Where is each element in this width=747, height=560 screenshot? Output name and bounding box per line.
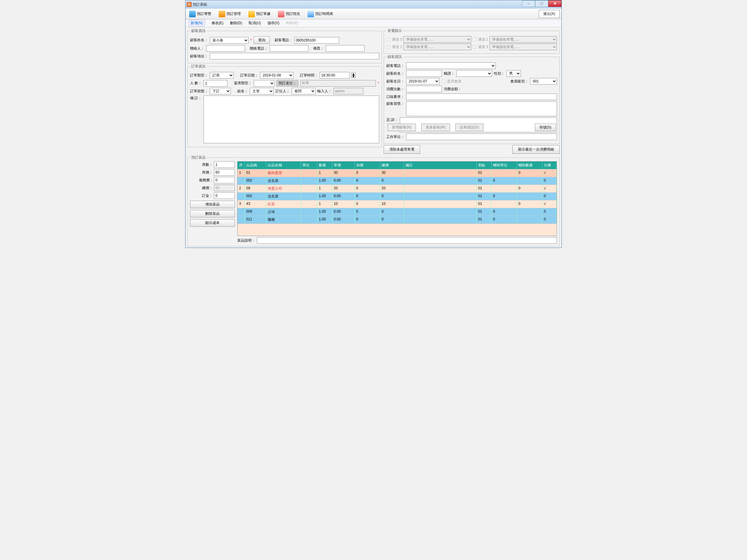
menu-edit[interactable]: 修改(E) xyxy=(211,21,224,26)
menu-new[interactable]: 新增(N) xyxy=(188,20,205,27)
svc-input[interactable] xyxy=(214,177,235,183)
cust-phone-input[interactable] xyxy=(294,37,339,44)
show-recent-button[interactable]: 顯示最近一次消費明細 xyxy=(512,145,560,154)
booker-label: 訂位人： xyxy=(276,89,290,94)
c2-work-input[interactable] xyxy=(406,134,557,140)
table-row[interactable]: 002去生菜1.000.00000100 xyxy=(237,177,557,185)
table-row[interactable]: 343紅茶110010010√ xyxy=(237,201,557,208)
titlebar: 富 預訂系統 ─ ☐ ✕ xyxy=(185,0,562,9)
c2-taste-input[interactable] xyxy=(406,94,557,100)
people-label: 人 數： xyxy=(190,81,202,86)
order-info-group: 訂單資訊 訂單類型： 訂席 訂單日期： 2019-01-08 訂單時間： ▲▼ … xyxy=(187,64,382,147)
toolbar-nav[interactable]: 預訂導覽 xyxy=(185,9,215,20)
booker-select[interactable]: 老闆 xyxy=(292,88,315,95)
more-customer-button[interactable]: 更多顧客(M) xyxy=(421,124,450,131)
ch1-checkbox xyxy=(472,37,476,42)
people-input[interactable] xyxy=(204,80,227,87)
cust-name-label: 顧客姓名： xyxy=(190,37,208,43)
dishes-group: 預訂菜品 席數： 席價： 服務費： 總價： 訂金： 增加菜品 刪除菜品 顯示成本… xyxy=(187,155,560,246)
callerid-legend: 來電顯示 xyxy=(386,28,403,33)
table-row[interactable]: 209夾蛋土司120020010√ xyxy=(237,185,557,193)
c2-taboo-lbl: 忌 諱： xyxy=(386,117,398,123)
c2-name-input[interactable] xyxy=(406,70,442,77)
toolbar-mgmt[interactable]: 預訂管理 xyxy=(215,9,245,20)
banquet-select[interactable] xyxy=(254,80,275,87)
fax-input[interactable] xyxy=(326,45,364,52)
query-button[interactable]: 查詢 xyxy=(254,36,270,44)
c2-title-select[interactable] xyxy=(456,70,492,77)
order-date-picker[interactable]: 2019-01-08 xyxy=(260,72,293,79)
seats-input[interactable] xyxy=(214,161,235,168)
table-input[interactable] xyxy=(300,80,376,87)
contact-phone-label: 聯絡電話： xyxy=(250,46,268,51)
ch3-checkbox xyxy=(472,45,476,49)
c2-habit-lbl: 顧客習慣： xyxy=(386,101,404,106)
menu-print[interactable]: 列印(V) xyxy=(286,21,298,26)
customer-info-group: 顧客資訊 顧客姓名： 黃小美 * 查詢 顧客電話： 聯絡人： 聯絡電話： xyxy=(187,28,382,63)
ch3-select: 準備接收來電...... xyxy=(489,44,557,50)
c2-gender-select[interactable]: 男 xyxy=(507,70,521,77)
clear-calls-button[interactable]: 清除未處理來電 xyxy=(384,145,420,154)
c2-gender-lbl: 性別： xyxy=(494,71,505,76)
save-customer-button[interactable]: 存儲(S) xyxy=(535,124,556,131)
toolbar-doc[interactable]: 預訂單據 xyxy=(245,9,274,20)
maximize-button[interactable]: ☐ xyxy=(535,0,548,7)
menu-delete[interactable]: 刪除(D) xyxy=(230,21,242,26)
seatprice-input[interactable] xyxy=(214,169,235,176)
table-row[interactable]: 011微糖1.000.00000100 xyxy=(237,216,557,224)
order-type-label: 訂單類型： xyxy=(190,73,208,78)
seats-lbl: 席數： xyxy=(199,162,213,167)
set-default-button[interactable]: 設為預設(D) xyxy=(455,124,484,131)
toolbar-sched[interactable]: 預訂時間表 xyxy=(304,9,337,20)
ch2-checkbox xyxy=(386,45,390,49)
remark-textarea[interactable] xyxy=(204,96,379,143)
entry-label: 輸入人： xyxy=(317,89,332,94)
toolbar-stat[interactable]: 預訂情況 xyxy=(274,9,304,20)
contact-input[interactable] xyxy=(206,45,245,52)
required-mark-2: * xyxy=(378,81,379,85)
minimize-button[interactable]: ─ xyxy=(522,0,535,7)
c2-memlvl-select[interactable]: 001 xyxy=(530,78,557,84)
app-icon: 富 xyxy=(187,2,191,7)
deposit-lbl: 訂金： xyxy=(199,193,213,198)
status-select[interactable]: 下訂 xyxy=(210,88,231,95)
c2-amount-lbl: 消費金額： xyxy=(444,87,462,92)
c2-bday-lbl: 顧客生日： xyxy=(386,79,404,84)
c2-taste-lbl: 口味要求： xyxy=(386,95,404,100)
dish-grid[interactable]: 序 出品碼 出品名稱 單位 數量 單價 加價 總價 備註 廚點 輔助單位 輔助數… xyxy=(237,161,557,236)
window-title: 預訂系統 xyxy=(193,2,207,7)
c2-phone-lbl: 顧客電話： xyxy=(386,63,404,69)
group-select[interactable]: 主管 xyxy=(250,88,274,95)
add-customer-button[interactable]: 新增顧客(N) xyxy=(388,124,416,131)
order-type-select[interactable]: 訂席 xyxy=(210,72,234,79)
order-time-input[interactable] xyxy=(320,72,350,79)
add-dish-button[interactable]: 增加菜品 xyxy=(190,201,235,208)
banquet-label: 宴席類型： xyxy=(234,81,252,86)
close-button[interactable]: ✕ xyxy=(548,0,562,7)
menu-save[interactable]: 儲存(V) xyxy=(267,21,279,26)
c2-visits-lbl: 消費次數： xyxy=(386,87,404,92)
main-toolbar: 預訂導覽 預訂管理 預訂單據 預訂情況 預訂時間表 退出(X) xyxy=(185,9,562,20)
c2-bday-picker[interactable]: 2019-01-07 xyxy=(406,78,440,84)
required-mark: * xyxy=(250,38,252,43)
time-spinner-icon[interactable]: ▲▼ xyxy=(352,73,356,78)
table-row[interactable]: 002去生菜1.000.00000100 xyxy=(237,193,557,201)
c2-habit-textarea[interactable] xyxy=(406,101,557,116)
table-row[interactable]: 009少冰1.000.00000100 xyxy=(237,208,557,216)
cust-name-select[interactable]: 黃小美 xyxy=(210,37,249,44)
contact-phone-input[interactable] xyxy=(269,45,308,52)
c2-title-lbl: 稱謂： xyxy=(444,71,455,76)
ch0-select: 準備接收來電...... xyxy=(403,36,471,43)
svc-lbl: 服務費： xyxy=(199,178,213,183)
deposit-input[interactable] xyxy=(214,192,235,199)
menu-cancel[interactable]: 取消(U) xyxy=(249,21,261,26)
c2-visits-input[interactable] xyxy=(406,86,442,92)
show-cost-button[interactable]: 顯示成本 xyxy=(190,219,235,227)
c2-phone-select[interactable] xyxy=(406,62,496,69)
c2-memlvl-lbl: 會員級別： xyxy=(510,79,528,84)
dish-desc-input[interactable] xyxy=(257,237,557,244)
exit-button[interactable]: 退出(X) xyxy=(539,10,560,18)
del-dish-button[interactable]: 刪除菜品 xyxy=(190,210,235,217)
addr-input[interactable] xyxy=(210,53,379,59)
table-row[interactable]: 101豬肉蛋堡130030010√ xyxy=(237,169,557,177)
